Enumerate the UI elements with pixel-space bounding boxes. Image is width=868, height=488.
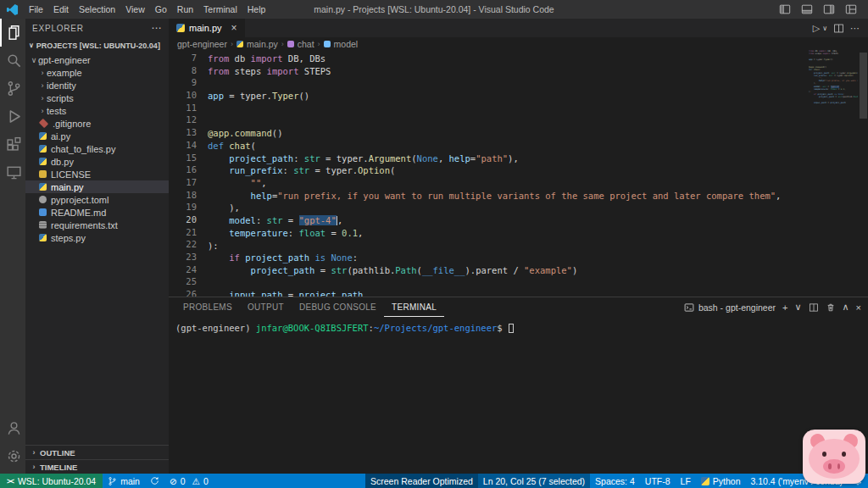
accounts-icon[interactable]: [0, 414, 25, 442]
code-line-9[interactable]: [208, 77, 868, 90]
menu-terminal[interactable]: Terminal: [198, 0, 242, 19]
split-editor-icon[interactable]: [833, 23, 844, 34]
run-debug-icon[interactable]: [0, 103, 25, 130]
indentation-status[interactable]: Spaces: 4: [590, 474, 640, 488]
code-line-24[interactable]: project_path = str(pathlib.Path(__file__…: [208, 264, 868, 277]
minimap[interactable]: from db import DB, DBsfrom steps import …: [809, 50, 858, 202]
py-file-icon: [39, 158, 47, 165]
code-line-18[interactable]: help="run prefix, if you want to run mul…: [208, 190, 868, 202]
panel-tab-problems[interactable]: PROBLEMS: [175, 297, 240, 317]
new-terminal-icon[interactable]: +: [782, 302, 787, 313]
code-line-14[interactable]: def chat(: [208, 140, 868, 152]
code-line-21[interactable]: temperature: float = 0.1,: [208, 227, 868, 240]
menu-edit[interactable]: Edit: [48, 0, 74, 19]
tree-item-ai.py[interactable]: ai.py: [25, 130, 169, 142]
breadcrumb-gpt-engineer[interactable]: gpt-engineer: [177, 39, 227, 49]
tree-item-LICENSE[interactable]: LICENSE: [25, 168, 169, 180]
menu-selection[interactable]: Selection: [74, 0, 120, 19]
code-line-11[interactable]: [208, 103, 868, 115]
toggle-sidebar-icon[interactable]: [775, 1, 795, 18]
sync-changes-button[interactable]: [145, 474, 164, 488]
tab-main-py[interactable]: main.py ×: [169, 19, 246, 37]
tree-item-chat_to_files.py[interactable]: chat_to_files.py: [25, 142, 169, 155]
tree-item-scripts[interactable]: ›scripts: [25, 92, 169, 104]
maximize-panel-icon[interactable]: ∧: [843, 302, 849, 313]
eol-status[interactable]: LF: [676, 474, 696, 488]
tree-item-example[interactable]: ›example: [25, 66, 169, 79]
vertical-scrollbar[interactable]: [860, 53, 867, 119]
git-branch-status[interactable]: main: [103, 474, 145, 488]
code-line-13[interactable]: @app.command(): [208, 127, 868, 140]
panel-tab-debug-console[interactable]: DEBUG CONSOLE: [292, 297, 384, 317]
tree-item-requirements.txt[interactable]: requirements.txt: [25, 219, 169, 231]
project-section-header[interactable]: ∨ PROJECTS [WSL: UBUNTU-20.04]: [25, 37, 169, 53]
code-line-7[interactable]: from db import DB, DBs: [208, 53, 868, 65]
code-line-15[interactable]: project_path: str = typer.Argument(None,…: [208, 152, 868, 165]
tree-item-label: requirements.txt: [51, 220, 118, 230]
split-terminal-icon[interactable]: [809, 302, 819, 313]
problems-status[interactable]: ⊘ 0 ⚠ 0: [164, 474, 214, 488]
tree-item-README.md[interactable]: README.md: [25, 206, 169, 219]
tree-item-db.py[interactable]: db.py: [25, 155, 169, 168]
code-line-8[interactable]: from steps import STEPS: [208, 65, 868, 78]
tree-item-identity[interactable]: ›identity: [25, 79, 169, 92]
code-line-10[interactable]: app = typer.Typer(): [208, 90, 868, 103]
breadcrumb-main.py[interactable]: main.py: [236, 39, 278, 49]
py-file-icon: [39, 132, 47, 140]
chevron-right-icon: ›: [38, 69, 47, 77]
toggle-secondary-sidebar-icon[interactable]: [819, 1, 839, 18]
tree-item-main.py[interactable]: main.py: [25, 180, 169, 193]
settings-gear-icon[interactable]: [0, 442, 25, 470]
breadcrumb-chat[interactable]: chat: [287, 39, 314, 49]
kill-terminal-trash-icon[interactable]: [826, 302, 836, 313]
cursor-position-status[interactable]: Ln 20, Col 25 (7 selected): [478, 474, 590, 488]
code-line-12[interactable]: [208, 114, 868, 127]
toggle-panel-icon[interactable]: [797, 1, 817, 18]
code-line-25[interactable]: [208, 277, 868, 290]
menu-go[interactable]: Go: [150, 0, 172, 19]
terminal-shell-selector[interactable]: bash - gpt-engineer: [684, 302, 776, 313]
section-outline[interactable]: ›OUTLINE: [25, 445, 169, 459]
code-line-20[interactable]: model: str = "gpt-4",: [208, 214, 868, 227]
screen-reader-status[interactable]: Screen Reader Optimized: [365, 474, 478, 488]
language-mode-status[interactable]: Python: [696, 474, 746, 488]
close-panel-icon[interactable]: ×: [856, 302, 861, 313]
sidebar-bottom-sections: ›OUTLINE›TIMELINE: [25, 445, 169, 474]
extensions-icon[interactable]: [0, 130, 25, 158]
remote-explorer-icon[interactable]: [0, 158, 25, 186]
code-line-19[interactable]: ),: [208, 202, 868, 214]
run-button[interactable]: ▷: [813, 23, 820, 34]
tree-item-pyproject.toml[interactable]: pyproject.toml: [25, 193, 169, 206]
code-line-22[interactable]: ):: [208, 240, 868, 252]
code-line-23[interactable]: if project_path is None:: [208, 252, 868, 264]
section-timeline[interactable]: ›TIMELINE: [25, 459, 169, 474]
breadcrumb-model[interactable]: model: [324, 39, 359, 49]
terminal-output[interactable]: (gpt-engineer) jnfar@BOOK-Q8IBSJFERT:~/P…: [169, 317, 868, 474]
close-icon[interactable]: ×: [231, 22, 237, 34]
code-line-26[interactable]: input_path = project_path: [208, 289, 868, 297]
code-line-16[interactable]: run_prefix: str = typer.Option(: [208, 164, 868, 177]
menu-run[interactable]: Run: [172, 0, 198, 19]
tree-item-steps.py[interactable]: steps.py: [25, 231, 169, 244]
source-control-icon[interactable]: [0, 75, 25, 103]
encoding-status[interactable]: UTF-8: [640, 474, 676, 488]
menu-file[interactable]: File: [24, 0, 48, 19]
panel-tab-output[interactable]: OUTPUT: [240, 297, 292, 317]
menu-help[interactable]: Help: [242, 0, 271, 19]
run-dropdown-icon[interactable]: ∨: [822, 25, 827, 32]
tree-item-.gitignore[interactable]: .gitignore: [25, 117, 169, 130]
remote-indicator[interactable]: >< WSL: Ubuntu-20.04: [0, 474, 103, 488]
menu-view[interactable]: View: [120, 0, 150, 19]
panel-tab-terminal[interactable]: TERMINAL: [384, 297, 444, 317]
tree-item-gpt-engineer[interactable]: ∨gpt-engineer: [25, 53, 169, 66]
terminal-dropdown-icon[interactable]: ∨: [794, 302, 801, 313]
code-area[interactable]: from db import DB, DBsfrom steps import …: [208, 50, 868, 297]
more-actions-icon[interactable]: ⋯: [151, 22, 162, 34]
customize-layout-icon[interactable]: [841, 1, 861, 18]
activity-bar-bottom: [0, 414, 25, 474]
search-icon[interactable]: [0, 47, 25, 75]
explorer-icon[interactable]: [0, 19, 25, 47]
more-actions-icon[interactable]: ⋯: [850, 23, 860, 34]
tree-item-tests[interactable]: ›tests: [25, 104, 169, 117]
code-line-17[interactable]: "",: [208, 177, 868, 190]
